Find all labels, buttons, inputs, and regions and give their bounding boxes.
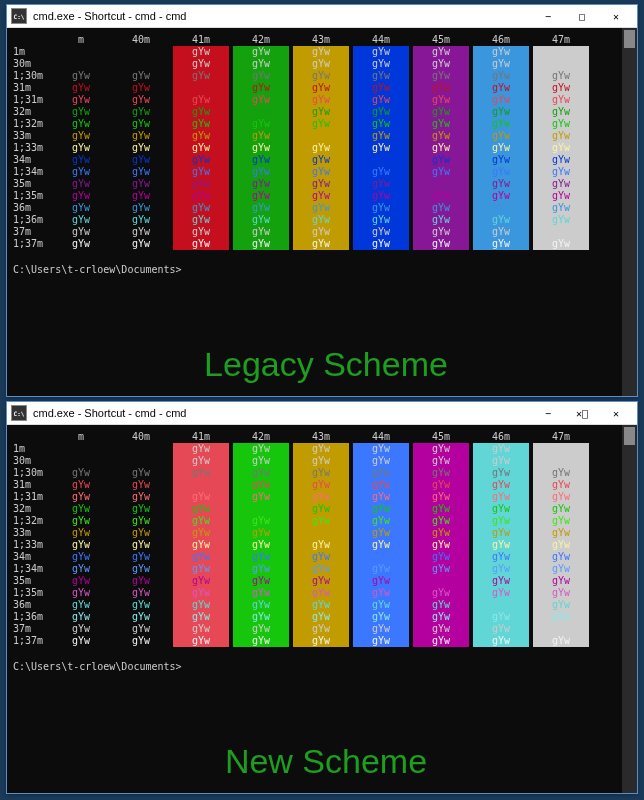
color-cell: gYw (473, 190, 529, 202)
row-label: 34m (11, 551, 53, 563)
color-cell: gYw (293, 226, 349, 238)
titlebar: C:\ cmd.exe - Shortcut - cmd - cmd − □ ✕ (7, 5, 637, 28)
scheme-label-legacy: Legacy Scheme (11, 345, 637, 384)
color-cell: gYw (473, 154, 529, 166)
color-cell: gYw (233, 455, 289, 467)
color-cell: gYw (293, 178, 349, 190)
row-label: 1;37m (11, 238, 53, 250)
color-cell: gYw (293, 94, 349, 106)
color-cell: gYw (293, 491, 349, 503)
color-cell: gYw (53, 154, 109, 166)
color-cell: gYw (413, 479, 469, 491)
row-label: 1m (11, 46, 53, 58)
color-cell: gYw (173, 563, 229, 575)
row-label: 1;35m (11, 190, 53, 202)
color-cell: gYw (113, 142, 169, 154)
color-cell: gYw (173, 226, 229, 238)
color-cell: gYw (233, 635, 289, 647)
color-cell: gYw (353, 587, 409, 599)
color-cell: gYw (113, 214, 169, 226)
color-cell: gYw (113, 226, 169, 238)
color-cell: gYw (233, 479, 289, 491)
color-cell: gYw (173, 587, 229, 599)
color-cell (53, 46, 109, 58)
color-cell: gYw (473, 130, 529, 142)
color-cell: gYw (353, 154, 409, 166)
color-cell: gYw (353, 94, 409, 106)
bg-header: m (53, 431, 109, 443)
bg-header: 43m (293, 34, 349, 46)
window-title: cmd.exe - Shortcut - cmd - cmd (27, 10, 531, 22)
color-cell: gYw (413, 214, 469, 226)
bg-header: 42m (233, 34, 289, 46)
row-label: 33m (11, 527, 53, 539)
color-cell: gYw (473, 623, 529, 635)
color-cell: gYw (533, 599, 589, 611)
minimize-button[interactable]: − (531, 5, 565, 27)
row-label: 1m (11, 443, 53, 455)
color-cell: gYw (233, 551, 289, 563)
color-cell: gYw (533, 491, 589, 503)
color-cell: gYw (293, 443, 349, 455)
color-cell: gYw (293, 202, 349, 214)
color-cell: gYw (173, 515, 229, 527)
color-cell: gYw (533, 118, 589, 130)
color-cell: gYw (473, 515, 529, 527)
color-cell: gYw (173, 190, 229, 202)
row-label: 1;30m (11, 467, 53, 479)
row-label: 1;30m (11, 70, 53, 82)
color-cell: gYw (293, 118, 349, 130)
color-cell: gYw (233, 106, 289, 118)
color-cell: gYw (113, 587, 169, 599)
row-label: 31m (11, 479, 53, 491)
maximize-button[interactable]: □ (565, 5, 599, 27)
color-cell: gYw (533, 202, 589, 214)
scrollbar[interactable] (622, 28, 637, 396)
row-label: 1;33m (11, 142, 53, 154)
color-cell: gYw (173, 491, 229, 503)
color-cell: gYw (533, 142, 589, 154)
color-cell: gYw (293, 575, 349, 587)
color-cell: gYw (413, 575, 469, 587)
color-cell: gYw (413, 623, 469, 635)
color-cell: gYw (113, 106, 169, 118)
color-cell: gYw (413, 154, 469, 166)
color-cell: gYw (113, 575, 169, 587)
color-cell: gYw (533, 539, 589, 551)
color-cell (53, 443, 109, 455)
color-cell: gYw (533, 82, 589, 94)
titlebar: C:\ cmd.exe - Shortcut - cmd - cmd − ✕⃞ … (7, 402, 637, 425)
color-cell: gYw (113, 238, 169, 250)
color-cell: gYw (353, 238, 409, 250)
color-cell: gYw (293, 82, 349, 94)
color-cell: gYw (293, 58, 349, 70)
color-cell: gYw (533, 587, 589, 599)
color-cell: gYw (473, 94, 529, 106)
scheme-label-new: New Scheme (11, 742, 637, 781)
color-cell: gYw (53, 70, 109, 82)
row-label: 1;33m (11, 539, 53, 551)
close-button[interactable]: ✕ (599, 402, 633, 424)
color-cell: gYw (413, 563, 469, 575)
color-cell: gYw (353, 455, 409, 467)
close-button[interactable]: ✕ (599, 5, 633, 27)
color-cell (113, 455, 169, 467)
color-cell: gYw (353, 527, 409, 539)
scrollbar[interactable] (622, 425, 637, 793)
color-cell: gYw (353, 635, 409, 647)
color-cell: gYw (293, 587, 349, 599)
color-cell: gYw (173, 611, 229, 623)
minimize-button[interactable]: − (531, 402, 565, 424)
color-cell: gYw (233, 142, 289, 154)
maximize-button[interactable]: ✕⃞ (565, 402, 599, 424)
color-cell: gYw (113, 154, 169, 166)
color-cell: gYw (293, 635, 349, 647)
color-cell: gYw (233, 190, 289, 202)
color-cell: gYw (473, 539, 529, 551)
color-cell: gYw (533, 190, 589, 202)
color-cell: gYw (473, 166, 529, 178)
color-cell: gYw (473, 563, 529, 575)
color-cell: gYw (173, 467, 229, 479)
bg-header: m (53, 34, 109, 46)
bg-header: 41m (173, 34, 229, 46)
